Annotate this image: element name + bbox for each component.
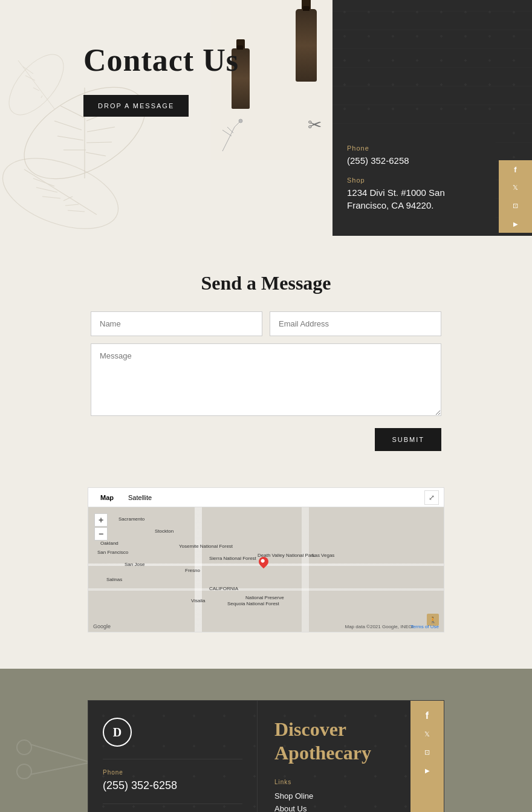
city-label-sanjose: San Jose <box>125 562 144 567</box>
phone-value: (255) 352-6258 <box>347 154 481 167</box>
footer-vimeo-icon[interactable]: ▶ <box>410 761 444 779</box>
city-label-sacramento: Sacramento <box>118 516 144 522</box>
leaf-background <box>0 0 212 236</box>
svg-line-7 <box>87 127 115 132</box>
drop-message-button[interactable]: DROP A MESSAGE <box>83 95 189 117</box>
marker-dot <box>261 559 265 564</box>
city-label-stockton: Stockton <box>155 528 174 534</box>
page-title: Contact Us <box>83 42 239 78</box>
map-tab-satellite[interactable]: Satellite <box>121 490 159 505</box>
social-sidebar: f 𝕏 ⊡ ▶ <box>499 160 532 233</box>
submit-button[interactable]: SUBMIT <box>375 428 441 451</box>
svg-line-4 <box>57 136 83 140</box>
svg-line-19 <box>18 60 54 109</box>
send-message-title: Send a Message <box>201 272 331 294</box>
shop-label: Shop <box>347 177 481 184</box>
contact-info-panel: Phone (255) 352-6258 Shop 1234 Divi St. … <box>332 130 496 236</box>
city-las-vegas: Las Vegas <box>312 553 334 558</box>
map-expand-button[interactable]: ⤢ <box>424 490 439 505</box>
hero-section: Contact Us DROP A MESSAGE ✂ Phone <box>0 0 532 236</box>
region-sequoia: Sequoia National Forest <box>227 601 279 606</box>
facebook-icon[interactable]: f <box>499 160 532 178</box>
svg-line-8 <box>86 142 112 143</box>
phone-label: Phone <box>347 145 481 152</box>
footer-link-shop[interactable]: Shop Oline <box>274 791 427 801</box>
map-toolbar: Map Satellite ⤢ <box>88 488 444 507</box>
leaf-illustration <box>0 0 193 236</box>
region-sierra: Sierra National Forest <box>209 556 256 561</box>
map-terms[interactable]: Terms of Use <box>410 624 439 629</box>
footer-phone-value: (255) 352-6258 <box>103 778 242 793</box>
map-background: Sacramento Stockton Oakland San Francisc… <box>88 507 444 632</box>
city-visalia: Visalia <box>191 598 205 603</box>
hero-text-area: Contact Us DROP A MESSAGE <box>83 42 239 117</box>
instagram-icon[interactable]: ⊡ <box>499 197 532 215</box>
hero-dark-panel: Phone (255) 352-6258 Shop 1234 Divi St. … <box>332 0 532 236</box>
svg-line-22 <box>33 88 39 91</box>
footer-facebook-icon[interactable]: f <box>410 707 444 725</box>
footer-links-label: Links <box>274 779 427 785</box>
map-section: Map Satellite ⤢ + − Sacramento Stockton … <box>0 475 532 669</box>
map-visual: Sacramento Stockton Oakland San Francisc… <box>88 507 444 632</box>
svg-line-31 <box>30 744 91 762</box>
svg-line-12 <box>33 178 54 186</box>
form-row-top <box>91 311 441 336</box>
contact-form: SUBMIT <box>91 311 441 451</box>
marker-pin <box>257 555 271 569</box>
submit-row: SUBMIT <box>91 428 441 451</box>
footer-instagram-icon[interactable]: ⊡ <box>410 743 444 761</box>
city-label-sf: San Francisco <box>97 550 128 555</box>
map-tab-map[interactable]: Map <box>93 490 121 505</box>
svg-line-16 <box>65 204 79 206</box>
scissors-decoration: ✂ <box>308 115 326 151</box>
city-fresno: Fresno <box>185 568 200 573</box>
map-data-credit: Map data ©2021 Google, INEGI <box>345 624 414 629</box>
send-message-section: Send a Message SUBMIT <box>0 236 532 475</box>
svg-line-24 <box>222 127 235 151</box>
bottle-1 <box>296 9 317 82</box>
shop-address: 1234 Divi St. #1000 San Francisco, CA 94… <box>347 186 481 212</box>
footer-link-about[interactable]: About Us <box>274 804 427 812</box>
map-roads <box>88 507 444 632</box>
email-input[interactable] <box>270 311 441 336</box>
svg-line-32 <box>30 762 91 775</box>
message-textarea[interactable] <box>91 343 441 416</box>
google-credit: Google <box>93 623 111 629</box>
svg-line-17 <box>68 210 85 212</box>
footer-card: D Phone (255) 352-6258 Shop 1234 Divi St… <box>88 700 444 812</box>
footer-twitter-icon[interactable]: 𝕏 <box>410 725 444 743</box>
svg-line-3 <box>54 121 82 130</box>
svg-line-14 <box>42 197 60 198</box>
footer-brand-title: Discover Apothecary <box>274 718 427 764</box>
footer-divider-2 <box>103 804 242 804</box>
map-marker <box>259 557 268 569</box>
svg-line-11 <box>24 169 97 215</box>
zoom-in-button[interactable]: + <box>94 513 108 527</box>
svg-point-30 <box>17 764 31 779</box>
svg-point-29 <box>17 740 31 755</box>
city-label-oakland: Oakland <box>100 541 118 546</box>
zoom-out-button[interactable]: − <box>94 527 108 541</box>
twitter-icon[interactable]: 𝕏 <box>499 178 532 197</box>
footer-logo: D <box>103 718 132 747</box>
footer-phone-label: Phone <box>103 769 242 776</box>
plant-sketch <box>216 118 265 154</box>
svg-point-10 <box>0 145 128 236</box>
footer-left: D Phone (255) 352-6258 Shop 1234 Divi St… <box>88 701 258 812</box>
map-container: Map Satellite ⤢ + − Sacramento Stockton … <box>88 487 444 632</box>
city-salinas: Salinas <box>106 577 122 582</box>
name-input[interactable] <box>91 311 262 336</box>
vimeo-icon[interactable]: ▶ <box>499 215 532 233</box>
svg-line-26 <box>222 130 232 136</box>
svg-point-28 <box>239 119 242 123</box>
svg-line-2 <box>60 106 85 118</box>
svg-point-18 <box>0 45 74 124</box>
map-zoom-controls: + − <box>94 513 108 541</box>
footer-divider-1 <box>103 759 242 759</box>
region-california: CALIFORNIA <box>209 586 238 591</box>
region-yosemite: Yosemite National Forest <box>179 544 233 549</box>
region-national-preserve: National Preserve <box>245 595 284 600</box>
svg-line-27 <box>227 127 233 133</box>
svg-line-9 <box>86 152 106 156</box>
footer-section: D Phone (255) 352-6258 Shop 1234 Divi St… <box>0 669 532 812</box>
